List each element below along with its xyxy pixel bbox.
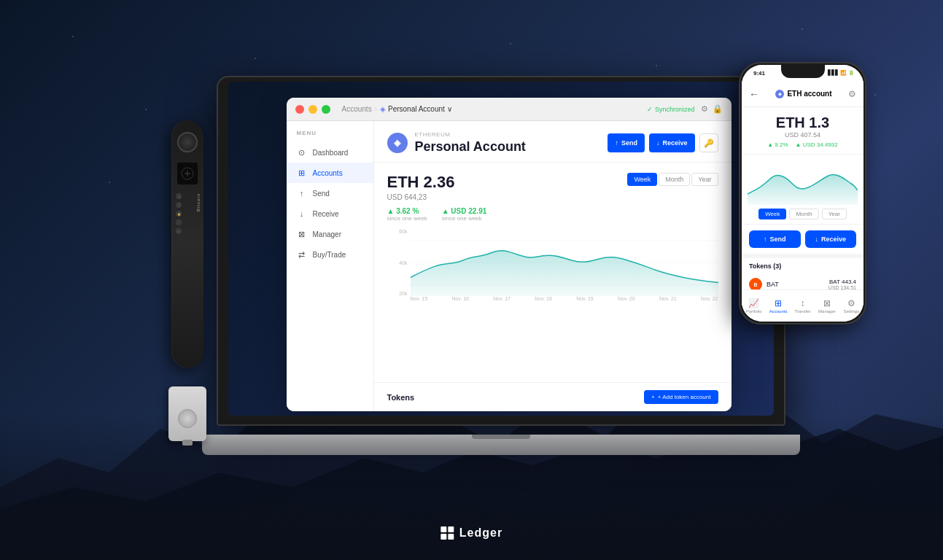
receive-icon: ↓	[297, 209, 307, 219]
sidebar-item-buytrade[interactable]: ⇄ Buy/Trade	[287, 244, 373, 265]
titlebar-icons: ⚙ 🔒	[701, 104, 723, 114]
chart-label-x-3: Nov. 17	[493, 296, 511, 309]
nano-wheel	[178, 409, 197, 428]
sidebar-item-accounts[interactable]: ⊞ Accounts	[287, 163, 373, 183]
phone-nav-title: ◈ ETH account	[775, 90, 831, 98]
phone-nav-accounts[interactable]: ⊞ Accounts	[766, 298, 790, 314]
device-button	[177, 132, 198, 152]
breadcrumb-account-name: ◈ Personal Account ∨	[380, 105, 452, 113]
ethereum-icon: ◈	[387, 133, 408, 153]
tokens-section: Tokens + + Add token account	[374, 382, 731, 411]
receive-button[interactable]: ↓ Receive	[649, 133, 695, 152]
phone-tokens-label: Tokens (3)	[749, 262, 856, 270]
chart-label-x-2: Nov. 16	[451, 296, 469, 309]
bitcoin-label: Bitcoin	[196, 193, 201, 211]
sync-status: ✓ Synchronized	[647, 106, 695, 113]
phone-bottom-nav: 📈 Portfolio ⊞ Accounts ↕ Transfer ⊠ Mana…	[742, 289, 864, 322]
phone-send-icon: ↑	[764, 236, 767, 243]
lock-icon[interactable]: 🔒	[713, 104, 723, 114]
accounts-nav-icon: ⊞	[775, 298, 782, 308]
minimize-button[interactable]	[308, 105, 317, 114]
sidebar-item-dashboard[interactable]: ⊙ Dashboard	[287, 142, 373, 163]
bat-name: BAT	[767, 281, 779, 288]
sidebar: MENU ⊙ Dashboard ⊞ Accounts ↑	[287, 121, 374, 411]
account-info: ETHEREUM Personal Account	[415, 131, 526, 155]
phone-time-btn-year[interactable]: Year	[822, 209, 847, 219]
key-button[interactable]: 🔑	[699, 133, 718, 152]
phone-eth-icon: ◈	[775, 90, 784, 98]
window-body: MENU ⊙ Dashboard ⊞ Accounts ↑	[287, 121, 731, 411]
stat-usd-value: ▲ USD 22.91	[442, 207, 487, 215]
send-arrow-icon: ↑	[615, 139, 618, 147]
phone-outer: 9:41 ▋▋▋ 📶 🔋 ← ◈ ETH account ⚙ ETH 1.3	[739, 62, 866, 324]
chart-label-x-7: Nov. 21	[659, 296, 677, 309]
laptop-base	[202, 435, 800, 455]
app-window: Accounts › ◈ Personal Account ∨ ✓ S	[287, 98, 731, 411]
chart-label-y-60k: 60k	[399, 229, 407, 234]
settings-icon[interactable]: ⚙	[701, 104, 708, 114]
breadcrumb-accounts[interactable]: Accounts	[342, 105, 372, 113]
chart-label-y-40k: 40k	[399, 260, 407, 265]
balance-row: ETH 2.36 USD 644,23 Week Month Year	[387, 173, 718, 201]
breadcrumb: Accounts › ◈ Personal Account ∨	[342, 105, 647, 113]
balance-group: ETH 2.36 USD 644,23	[387, 173, 455, 201]
close-button[interactable]	[295, 105, 304, 114]
phone-nav-manager[interactable]: ⊠ Manager	[815, 298, 839, 314]
logo-sq-3	[441, 534, 446, 540]
nano-device	[168, 386, 206, 441]
phone-time-btn-week[interactable]: Week	[758, 209, 786, 219]
phone-receive-icon: ↓	[815, 236, 818, 243]
phone-balance-section: ETH 1.3 USD 407.54 ▲ 9.2% ▲ USD 34.4932	[742, 107, 864, 155]
icon-3: 🔒	[176, 211, 182, 217]
send-button[interactable]: ↑ Send	[608, 133, 645, 152]
phone-time-filters: Week Month Year	[742, 206, 864, 225]
phone-usd-balance: USD 407.54	[750, 131, 855, 139]
phone-token-bat-right: BAT 443.4 USD 134.51	[828, 279, 856, 290]
add-token-button[interactable]: + + Add token account	[644, 390, 718, 404]
breadcrumb-sep: ›	[375, 105, 377, 113]
laptop-bezel: Accounts › ◈ Personal Account ∨ ✓ S	[228, 82, 774, 416]
phone-send-button[interactable]: ↑ Send	[749, 230, 801, 248]
phone-account-title: ETH account	[787, 90, 831, 98]
sidebar-item-manager[interactable]: ⊠ Manager	[287, 224, 373, 244]
chart-label-y-20k: 20k	[399, 291, 407, 296]
phone-nav-settings[interactable]: ⚙ Settings	[839, 298, 864, 314]
time-btn-year[interactable]: Year	[691, 173, 718, 186]
icon-1: ◈	[176, 193, 182, 199]
accounts-icon: ⊞	[297, 168, 307, 178]
phone-back-button[interactable]: ←	[749, 88, 759, 100]
main-content: ◈ ETHEREUM Personal Account ↑	[374, 121, 731, 411]
maximize-button[interactable]	[322, 105, 330, 114]
ledger-logo-icon	[441, 526, 454, 540]
phone-receive-button[interactable]: ↓ Receive	[805, 230, 857, 248]
chart-labels-y: 60k 40k 20k	[387, 229, 408, 296]
account-actions: ↑ Send ↓ Receive 🔑	[608, 133, 718, 152]
account-header: ◈ ETHEREUM Personal Account ↑	[374, 121, 731, 163]
traffic-lights	[295, 105, 330, 114]
icon-4: ₿	[176, 219, 182, 225]
chart-svg-area	[411, 229, 718, 296]
phone-action-btns: ↑ Send ↓ Receive	[742, 225, 864, 254]
phone-nav-portfolio[interactable]: 📈 Portfolio	[742, 298, 766, 314]
stat-percent-value: ▲ 3.62 %	[387, 207, 427, 215]
time-btn-week[interactable]: Week	[627, 173, 657, 186]
balance-usd: USD 644,23	[387, 193, 455, 201]
stat-usd: ▲ USD 22.91 since one week	[442, 207, 487, 222]
laptop: Accounts › ◈ Personal Account ∨ ✓ S	[217, 76, 785, 455]
sidebar-item-send[interactable]: ↑ Send	[287, 183, 373, 203]
nano-connector	[182, 440, 193, 446]
phone-settings-icon[interactable]: ⚙	[848, 89, 856, 99]
ledger-brand-name: Ledger	[459, 526, 502, 540]
manager-icon: ⊠	[297, 229, 307, 239]
time-btn-month[interactable]: Month	[659, 173, 690, 186]
sidebar-item-receive[interactable]: ↓ Receive	[287, 203, 373, 224]
plus-icon: +	[651, 394, 655, 400]
phone-nav-transfer[interactable]: ↕ Transfer	[791, 298, 815, 314]
account-name: Personal Account	[415, 139, 526, 155]
chart-label-x-6: Nov. 20	[618, 296, 635, 309]
phone-time-btn-month[interactable]: Month	[789, 209, 818, 219]
logo-sq-2	[448, 526, 454, 532]
dashboard-icon: ⊙	[297, 147, 307, 158]
stats-row: ▲ 3.62 % since one week ▲ USD 22.91 sinc…	[387, 207, 718, 222]
signal-icon: ▋▋▋	[828, 70, 839, 76]
